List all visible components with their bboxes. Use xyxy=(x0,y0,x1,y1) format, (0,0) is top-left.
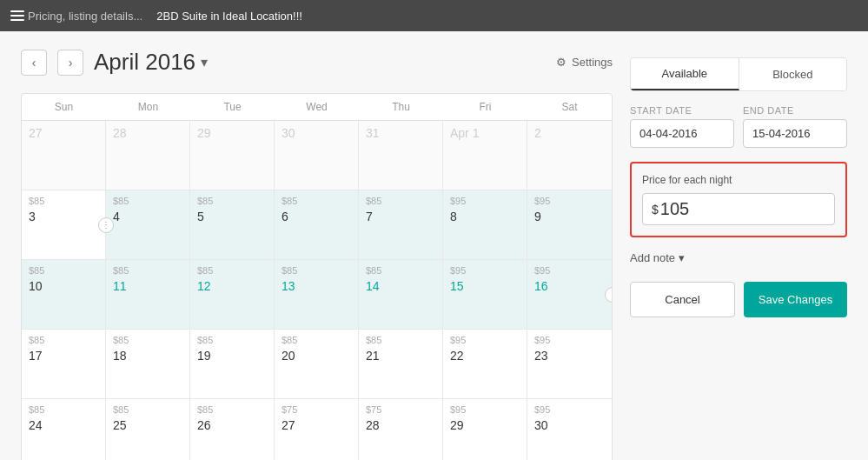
cell-price: $85 xyxy=(113,196,182,206)
calendar-cell[interactable]: $9529 xyxy=(443,399,527,460)
calendar-cell[interactable]: $8521 xyxy=(359,330,443,399)
day-header-sun: Sun xyxy=(22,94,106,120)
calendar-cell[interactable]: $9516⋮ xyxy=(527,260,612,330)
cell-day-number: 21 xyxy=(366,349,435,363)
calendar-cell[interactable]: $856 xyxy=(275,190,359,260)
month-dropdown-arrow[interactable]: ▾ xyxy=(201,54,208,70)
calendar-cell[interactable]: $9523 xyxy=(527,330,612,399)
cell-price: $75 xyxy=(366,404,435,415)
cell-price: $85 xyxy=(113,335,182,345)
cell-price: $95 xyxy=(450,196,520,206)
add-note-button[interactable]: Add note ▾ xyxy=(630,251,685,264)
calendar-cell[interactable]: 31 xyxy=(359,121,443,190)
cell-price: $85 xyxy=(366,335,435,345)
calendar-cell[interactable]: $959 xyxy=(527,190,612,260)
calendar-cell[interactable]: $8518 xyxy=(106,330,190,399)
calendar-body: 2728293031Apr 12$853$854⋮$855$856$857$95… xyxy=(22,121,612,460)
calendar-cell[interactable]: $7528 xyxy=(359,399,443,460)
cell-day-number: 20 xyxy=(282,349,351,363)
price-section: Price for each night $ xyxy=(630,162,847,237)
drag-handle-left[interactable]: ⋮ xyxy=(98,217,114,233)
cell-day-number: 6 xyxy=(282,210,351,223)
topbar: Pricing, listing details... 2BD Suite in… xyxy=(0,0,868,31)
cell-day-number: 19 xyxy=(197,349,267,363)
cell-price: $85 xyxy=(282,335,351,345)
calendar-cell[interactable]: $8524 xyxy=(22,399,106,460)
cell-price: $85 xyxy=(197,265,267,276)
cell-day-number: 31 xyxy=(366,126,435,140)
action-row: Cancel Save Changes xyxy=(630,282,847,317)
cell-day-number: 16 xyxy=(534,279,605,293)
calendar-cell[interactable]: $854⋮ xyxy=(106,190,190,260)
drag-handle-right[interactable]: ⋮ xyxy=(605,287,613,303)
calendar-cell[interactable]: 30 xyxy=(275,121,359,190)
available-toggle[interactable]: Available xyxy=(631,58,739,90)
calendar-cell[interactable]: $8513 xyxy=(275,260,359,330)
cell-price: $95 xyxy=(534,265,605,276)
settings-button[interactable]: Settings xyxy=(556,56,613,69)
calendar-cell[interactable]: $8514 xyxy=(359,260,443,330)
cell-day-number: 25 xyxy=(113,418,182,432)
topbar-active-title: 2BD Suite in Ideal Location!!! xyxy=(156,10,302,23)
calendar-cell[interactable]: $857 xyxy=(359,190,443,260)
calendar-cell[interactable]: $855 xyxy=(190,190,275,260)
calendar-cell[interactable]: $9515 xyxy=(443,260,527,330)
day-header-mon: Mon xyxy=(106,94,190,120)
calendar-cell[interactable]: 29 xyxy=(190,121,275,190)
day-header-wed: Wed xyxy=(275,94,359,120)
calendar-cell[interactable]: $8519 xyxy=(190,330,275,399)
cell-price: $85 xyxy=(366,196,435,206)
day-header-tue: Tue xyxy=(190,94,275,120)
next-month-button[interactable]: › xyxy=(57,50,83,76)
calendar-cell[interactable]: $9522 xyxy=(443,330,527,399)
availability-toggle: Available Blocked xyxy=(630,57,847,91)
calendar-section: ‹ › April 2016 ▾ Settings Sun Mon Tue We… xyxy=(21,49,613,460)
cell-day-number: 5 xyxy=(197,210,267,223)
price-input-wrap: $ xyxy=(642,193,835,225)
hamburger-menu[interactable]: Pricing, listing details... xyxy=(10,10,142,23)
cell-day-number: 2 xyxy=(534,126,605,140)
cell-day-number: 28 xyxy=(113,126,182,140)
save-button[interactable]: Save Changes xyxy=(744,282,847,317)
end-date-label: End Date xyxy=(743,105,847,116)
chevron-down-icon: ▾ xyxy=(679,251,685,264)
cell-day-number: 12 xyxy=(197,279,267,293)
calendar-cell[interactable]: $7527 xyxy=(275,399,359,460)
calendar-cell[interactable]: $8525 xyxy=(106,399,190,460)
calendar-cell[interactable]: $8517 xyxy=(22,330,106,399)
calendar-cell[interactable]: 27 xyxy=(22,121,106,190)
cell-day-number: 27 xyxy=(29,126,98,140)
calendar-cell[interactable]: 2 xyxy=(527,121,612,190)
calendar-cell[interactable]: $853 xyxy=(22,190,106,260)
cell-day-number: 24 xyxy=(29,418,98,432)
calendar-cell[interactable]: $8510 xyxy=(22,260,106,330)
cell-price: $85 xyxy=(29,404,98,415)
cell-day-number: 27 xyxy=(282,418,351,432)
cell-day-number: 15 xyxy=(450,279,520,293)
topbar-link[interactable]: Pricing, listing details... xyxy=(28,10,142,23)
day-header-sat: Sat xyxy=(527,94,612,120)
calendar-cell[interactable]: 28 xyxy=(106,121,190,190)
calendar-cell[interactable]: $8511 xyxy=(106,260,190,330)
calendar-cell[interactable]: $8512 xyxy=(190,260,275,330)
calendar-cell[interactable]: Apr 1 xyxy=(443,121,527,190)
end-date-input[interactable] xyxy=(743,119,847,148)
cancel-button[interactable]: Cancel xyxy=(630,282,735,317)
price-input[interactable] xyxy=(660,199,825,219)
cell-price: $85 xyxy=(197,196,267,206)
calendar-cell[interactable]: $958 xyxy=(443,190,527,260)
start-date-field: Start Date xyxy=(630,105,734,148)
calendar-cell[interactable]: $9530 xyxy=(527,399,612,460)
calendar-cell[interactable]: $8526 xyxy=(190,399,275,460)
month-nav: ‹ › April 2016 ▾ Settings xyxy=(21,49,613,76)
cell-day-number: 10 xyxy=(29,279,98,293)
blocked-toggle[interactable]: Blocked xyxy=(739,58,847,90)
start-date-input[interactable] xyxy=(630,119,734,148)
cell-day-number: Apr 1 xyxy=(450,126,520,140)
cell-day-number: 22 xyxy=(450,349,520,363)
cell-price: $75 xyxy=(282,404,351,415)
start-date-label: Start Date xyxy=(630,105,734,116)
cell-price: $85 xyxy=(113,404,182,415)
calendar-cell[interactable]: $8520 xyxy=(275,330,359,399)
prev-month-button[interactable]: ‹ xyxy=(21,50,47,76)
